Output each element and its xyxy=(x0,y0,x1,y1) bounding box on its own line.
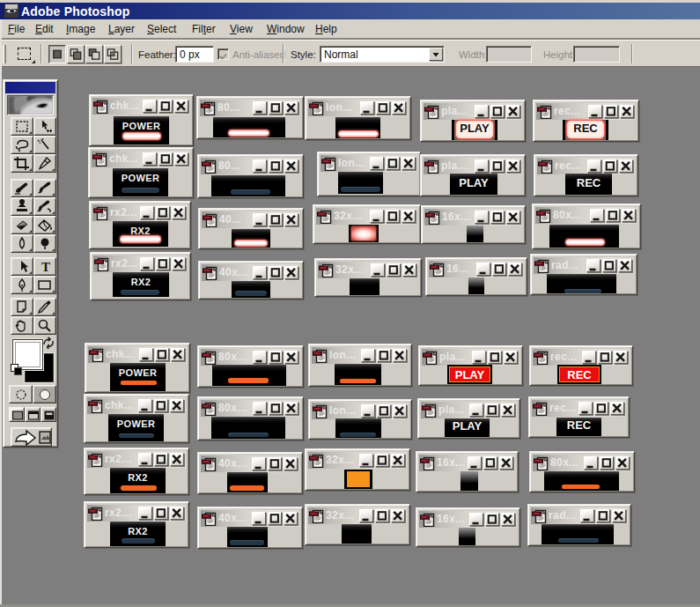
svg-text:T: T xyxy=(41,260,50,274)
